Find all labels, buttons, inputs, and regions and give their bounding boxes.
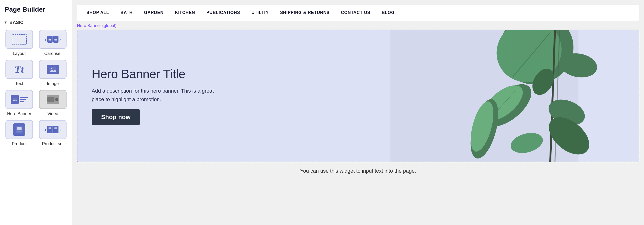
widget-image[interactable]: Image — [38, 60, 68, 86]
nav-blog[interactable]: BLOG — [382, 10, 395, 15]
nav-shipping-returns[interactable]: SHIPPING & RETURNS — [280, 10, 330, 15]
widget-product[interactable]: Product — [4, 120, 34, 146]
svg-point-7 — [14, 98, 14, 100]
text-icon-box: Tt — [6, 60, 33, 79]
layout-label: Layout — [13, 51, 26, 56]
product-label: Product — [12, 142, 26, 146]
productset-box-2 — [53, 126, 58, 133]
productset-icon: ‹ — [45, 126, 61, 133]
layout-icon-box — [6, 30, 33, 49]
hero-banner-container[interactable]: Hero Banner Title Add a description for … — [77, 30, 639, 162]
nav-bath[interactable]: BATH — [120, 10, 133, 15]
canvas-wrapper: Hero Banner (global) Hero Banner Title A… — [77, 21, 639, 220]
image-icon — [47, 65, 59, 74]
top-navigation: SHOP ALL BATH GARDEN KITCHEN PUBLICATION… — [77, 5, 639, 21]
hero-img-part — [11, 95, 19, 104]
svg-rect-10 — [17, 127, 22, 130]
carousel-img-2 — [53, 36, 58, 43]
text-label: Text — [15, 81, 23, 86]
nav-shop-all[interactable]: SHOP ALL — [86, 10, 109, 15]
shop-now-button[interactable]: Shop now — [92, 109, 140, 125]
main-content: SHOP ALL BATH GARDEN KITCHEN PUBLICATION… — [72, 0, 644, 225]
svg-rect-16 — [54, 128, 57, 129]
widget-product-set[interactable]: ‹ — [38, 120, 68, 146]
product-set-label: Product set — [42, 142, 64, 146]
svg-rect-13 — [48, 128, 52, 129]
svg-rect-12 — [17, 132, 20, 132]
nav-garden[interactable]: GARDEN — [144, 10, 163, 15]
svg-rect-2 — [54, 38, 57, 40]
bottom-hint: You can use this widget to input text in… — [77, 162, 639, 176]
widget-text[interactable]: Tt Text — [4, 60, 34, 86]
svg-rect-14 — [48, 130, 52, 130]
widget-grid: Layout ‹ › Carousel — [4, 30, 68, 146]
hero-banner-global-label[interactable]: Hero Banner (global) — [77, 21, 639, 30]
product-icon — [13, 124, 25, 136]
widget-layout[interactable]: Layout — [4, 30, 34, 56]
hero-line-2 — [20, 99, 26, 100]
nav-kitchen[interactable]: KITCHEN — [175, 10, 195, 15]
nav-items-list: SHOP ALL BATH GARDEN KITCHEN PUBLICATION… — [86, 10, 395, 15]
camera-lens — [56, 98, 58, 101]
productset-box-1 — [47, 126, 52, 133]
section-basic: ▼ BASIC — [4, 20, 68, 25]
section-arrow: ▼ — [4, 20, 8, 25]
page-builder-title: Page Builder — [4, 6, 68, 13]
hero-icon — [11, 95, 28, 104]
carousel-label: Carousel — [44, 51, 61, 56]
carousel-img-1 — [47, 36, 52, 43]
image-label: Image — [47, 81, 59, 86]
hero-line-3 — [20, 101, 24, 102]
layout-icon — [12, 34, 27, 44]
widget-hero-banner[interactable]: Hero Banner — [4, 90, 34, 116]
product-icon-box — [6, 120, 33, 139]
hero-description: Add a description for this hero banner. … — [92, 87, 224, 103]
carousel-icon-box: ‹ › — [39, 30, 66, 49]
text-icon: Tt — [14, 64, 24, 74]
camera-body — [47, 97, 54, 102]
image-icon-box — [39, 60, 66, 79]
hero-banner-icon-box — [6, 90, 33, 109]
carousel-right-arrow: › — [60, 37, 61, 42]
widget-carousel[interactable]: ‹ › Carousel — [38, 30, 68, 56]
carousel-left-arrow: ‹ — [45, 37, 46, 42]
nav-utility[interactable]: UTILITY — [252, 10, 269, 15]
svg-rect-18 — [54, 131, 56, 131]
hero-title: Hero Banner Title — [92, 67, 372, 81]
hero-text-content: Hero Banner Title Add a description for … — [78, 30, 386, 162]
hero-text-lines — [20, 97, 28, 102]
nav-contact-us[interactable]: CONTACT US — [341, 10, 370, 15]
productset-boxes — [47, 126, 58, 133]
svg-rect-11 — [17, 131, 22, 132]
product-set-icon-box: ‹ — [39, 120, 66, 139]
svg-rect-15 — [48, 131, 50, 131]
sidebar: Page Builder ▼ BASIC Layout ‹ — [0, 0, 72, 225]
video-label: Video — [47, 111, 58, 116]
carousel-images — [47, 36, 58, 43]
carousel-icon: ‹ › — [45, 36, 61, 43]
productset-right-arrow: › — [60, 127, 61, 132]
nav-publications[interactable]: PUBLICATIONS — [206, 10, 240, 15]
svg-point-4 — [51, 68, 52, 70]
video-icon — [47, 95, 59, 104]
hero-line-1 — [20, 97, 28, 98]
widget-video[interactable]: Video — [38, 90, 68, 116]
productset-left-arrow: ‹ — [45, 127, 46, 132]
video-icon-box — [39, 90, 66, 109]
svg-rect-17 — [54, 130, 57, 130]
section-label-text: BASIC — [10, 20, 24, 25]
hero-banner-label-sidebar: Hero Banner — [7, 111, 31, 116]
